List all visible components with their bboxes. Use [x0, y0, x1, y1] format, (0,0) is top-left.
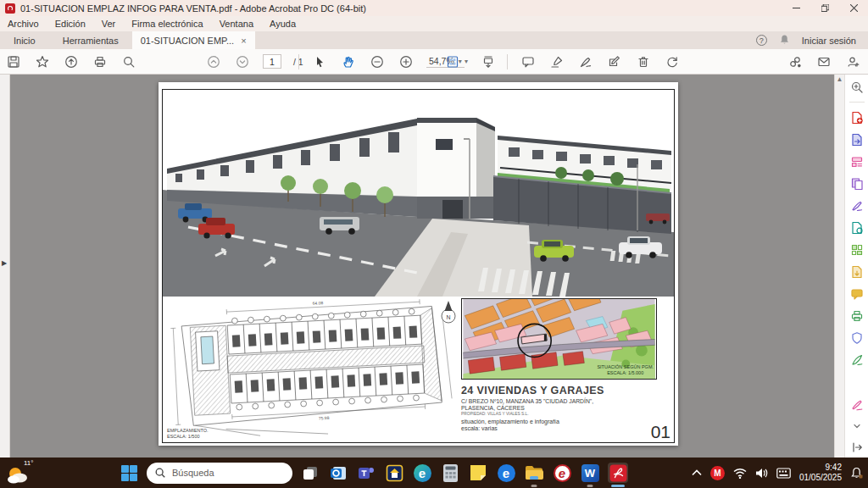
sign-tool-icon[interactable] — [849, 397, 864, 412]
help-icon[interactable]: ? — [756, 35, 767, 46]
start-button[interactable] — [119, 463, 139, 483]
render-3d-svg — [163, 90, 674, 297]
menu-archivo[interactable]: Archivo — [8, 19, 39, 29]
star-favorites-icon[interactable] — [34, 53, 51, 70]
expand-panel-arrow-icon[interactable]: ▶ — [2, 259, 7, 267]
share-link-icon[interactable] — [787, 53, 804, 70]
compress-pdf-icon[interactable] — [849, 264, 864, 279]
red-e-app-icon[interactable]: e — [552, 463, 572, 483]
volume-icon[interactable] — [755, 468, 768, 479]
toolbar-zoom-group: 54,7% ▾ — [298, 49, 465, 74]
weather-widget[interactable]: 11° — [7, 459, 42, 486]
collapse-panel-icon[interactable] — [849, 440, 864, 454]
clock[interactable]: 9:42 01/05/2025 — [799, 463, 842, 484]
select-cursor-icon[interactable] — [311, 53, 328, 70]
file-explorer-icon[interactable] — [524, 463, 544, 483]
taskbar-center: e e e W — [119, 458, 628, 488]
trash-icon[interactable] — [635, 53, 652, 70]
print-production-icon[interactable] — [849, 308, 864, 323]
restore-button[interactable] — [810, 0, 839, 16]
menu-ventana[interactable]: Ventana — [220, 19, 253, 29]
chevron-down-icon[interactable]: ▾ — [465, 58, 468, 65]
pdf-page: 64.08 75.98 N — [159, 82, 678, 446]
certificates-quill-icon[interactable] — [849, 352, 864, 367]
sticky-notes-icon[interactable] — [468, 463, 488, 483]
hidden-icons-chevron[interactable] — [692, 469, 702, 476]
comment-bubble-icon[interactable] — [520, 53, 537, 70]
map-caption-line2: ESCALA: 1/5.000 — [597, 370, 654, 376]
protect-shield-icon[interactable] — [849, 330, 864, 345]
create-pdf-icon[interactable] — [849, 110, 864, 125]
taskbar-search[interactable] — [147, 463, 292, 484]
page-display-icon[interactable] — [444, 53, 461, 70]
export-pdf-icon[interactable] — [849, 132, 864, 147]
notification-center-bell-icon[interactable] — [850, 467, 863, 480]
teams-icon[interactable] — [356, 463, 376, 483]
situation-map: SITUACIÓN SEGÚN PGM. ESCALA: 1/5.000 — [461, 298, 657, 380]
fill-and-sign-icon[interactable] — [606, 53, 623, 70]
wifi-icon[interactable] — [733, 468, 747, 479]
tab-herramientas[interactable]: Herramientas — [49, 31, 132, 49]
em-client-icon[interactable]: e — [496, 463, 516, 483]
search-icon[interactable] — [120, 53, 137, 70]
redo-icon[interactable] — [664, 53, 681, 70]
sign-pen-icon[interactable] — [577, 53, 594, 70]
plan-caption-line1: EMPLAZAMIENTO. — [167, 428, 209, 434]
comment-tool-icon[interactable] — [849, 286, 864, 301]
sheet-number: 01 — [651, 422, 670, 442]
share-icon[interactable] — [63, 53, 80, 70]
edge-icon[interactable]: e — [412, 463, 432, 483]
tab-close-icon[interactable]: × — [241, 36, 246, 46]
menu-firma-electronica[interactable]: Firma electrónica — [131, 19, 203, 29]
project-address-line1: C/ BREZO Nº10, MANZANA 35 "CIUDAD JARDÍN… — [461, 398, 672, 404]
close-button[interactable] — [839, 0, 868, 16]
add-account-person-icon[interactable] — [844, 53, 861, 70]
touch-keyboard-icon[interactable] — [776, 468, 791, 479]
menu-edicion[interactable]: Edición — [55, 19, 86, 29]
email-envelope-icon[interactable] — [815, 53, 832, 70]
zoom-in-icon[interactable] — [398, 53, 415, 70]
toolbar: / 1 54,7% ▾ ▾ — [0, 49, 868, 75]
sheet-scale: escala: varias — [461, 425, 672, 431]
send-for-signature-icon[interactable] — [849, 220, 864, 235]
zoom-search-icon[interactable] — [849, 80, 864, 94]
security-app-icon[interactable] — [384, 463, 404, 483]
notifications-bell-icon[interactable] — [779, 34, 790, 47]
fill-and-sign-tool-icon[interactable] — [849, 198, 864, 213]
print-icon[interactable] — [92, 53, 108, 70]
menu-bar: Archivo Edición Ver Firma electrónica Ve… — [0, 16, 868, 31]
outlook-icon[interactable] — [328, 463, 348, 483]
word-icon[interactable]: W — [580, 463, 600, 483]
sign-in-button[interactable]: Iniciar sesión — [802, 36, 856, 46]
hand-tool-icon[interactable] — [340, 53, 357, 70]
next-page-icon[interactable] — [234, 53, 251, 70]
render-3d-housing — [163, 90, 674, 297]
left-panel-strip: ▶ — [0, 75, 10, 458]
mcafee-tray-icon[interactable]: M — [710, 466, 725, 480]
scroll-up-arrow-icon[interactable]: ▲ — [835, 75, 844, 85]
more-tools-chevron-icon[interactable] — [849, 419, 864, 433]
zoom-out-icon[interactable] — [369, 53, 386, 70]
taskbar-search-input[interactable] — [172, 468, 274, 478]
tab-document[interactable]: 01-SITUACION EMP... × — [132, 31, 255, 49]
menu-ayuda[interactable]: Ayuda — [270, 19, 296, 29]
calculator-icon[interactable] — [440, 463, 460, 483]
vertical-scrollbar[interactable]: ▲ — [834, 75, 844, 458]
save-icon[interactable] — [5, 53, 22, 70]
tab-inicio[interactable]: Inicio — [0, 31, 49, 49]
minimize-button[interactable] — [782, 0, 810, 16]
menu-ver[interactable]: Ver — [102, 19, 116, 29]
organize-pages-icon[interactable] — [849, 242, 864, 257]
task-view-button[interactable] — [300, 463, 320, 483]
open-indicator — [587, 485, 593, 487]
combine-files-icon[interactable] — [849, 176, 864, 191]
plan-dim-top: 64.08 — [313, 300, 324, 306]
acrobat-taskbar-icon[interactable] — [608, 463, 628, 483]
previous-page-icon[interactable] — [205, 53, 222, 70]
page-number-input[interactable] — [263, 54, 281, 69]
highlighter-icon[interactable] — [548, 53, 565, 70]
scrolling-mode-icon[interactable] — [480, 53, 497, 70]
edit-pdf-icon[interactable] — [849, 154, 864, 169]
tools-divider — [849, 102, 865, 103]
tab-bar-right: ? Iniciar sesión — [756, 31, 868, 49]
